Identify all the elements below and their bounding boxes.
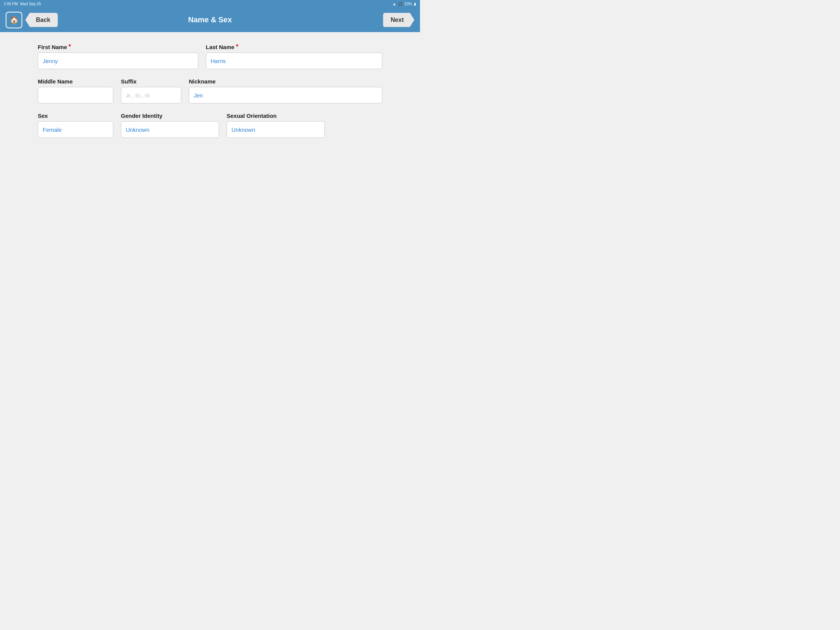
suffix-group: Suffix	[121, 78, 181, 104]
nickname-label: Nickname	[189, 78, 382, 85]
status-date: Wed Sep 29	[20, 2, 41, 6]
secondary-name-row: Middle Name Suffix Nickname	[38, 78, 382, 104]
suffix-input[interactable]	[121, 87, 181, 104]
first-name-group: First Name *	[38, 43, 198, 69]
sex-group: Sex	[38, 112, 113, 138]
last-name-label: Last Name	[206, 44, 235, 50]
identity-row: Sex Gender Identity Sexual Orientation	[38, 112, 382, 138]
nickname-group: Nickname	[189, 78, 382, 104]
headphones-icon: 🎧	[398, 2, 403, 6]
name-row: First Name * Last Name *	[38, 43, 382, 69]
sexual-orientation-label: Sexual Orientation	[227, 112, 325, 119]
last-name-input[interactable]	[206, 52, 382, 69]
sex-label: Sex	[38, 112, 113, 119]
last-name-required: *	[236, 43, 238, 50]
gender-identity-group: Gender Identity	[121, 112, 219, 138]
battery-icon: ▮	[414, 2, 416, 6]
page-title: Name & Sex	[188, 16, 232, 24]
middle-name-group: Middle Name	[38, 78, 113, 104]
suffix-label: Suffix	[121, 78, 181, 85]
status-time: 2:06 PM	[4, 2, 18, 6]
next-button[interactable]: Next	[383, 13, 414, 27]
back-button[interactable]: Back	[25, 13, 58, 27]
last-name-group: Last Name *	[206, 43, 382, 69]
home-button[interactable]: 🏠	[6, 12, 22, 28]
home-icon: 🏠	[9, 16, 19, 25]
middle-name-label: Middle Name	[38, 78, 113, 85]
wifi-icon: ▲	[392, 2, 396, 6]
next-label: Next	[390, 17, 404, 23]
sex-input[interactable]	[38, 121, 113, 138]
battery-percent: 53%	[404, 2, 412, 6]
nickname-input[interactable]	[189, 87, 382, 104]
gender-identity-label: Gender Identity	[121, 112, 219, 119]
gender-identity-input[interactable]	[121, 121, 219, 138]
first-name-label: First Name	[38, 44, 67, 50]
first-name-required: *	[69, 43, 71, 50]
first-name-input[interactable]	[38, 52, 198, 69]
sexual-orientation-input[interactable]	[227, 121, 325, 138]
status-bar: 2:06 PM Wed Sep 29 ▲ 🎧 53% ▮	[0, 0, 420, 8]
form-content: First Name * Last Name * Middle Name Suf…	[0, 32, 420, 315]
back-label: Back	[36, 17, 50, 23]
sexual-orientation-group: Sexual Orientation	[227, 112, 325, 138]
nav-bar: 🏠 Back Name & Sex Next	[0, 8, 420, 32]
middle-name-input[interactable]	[38, 87, 113, 104]
